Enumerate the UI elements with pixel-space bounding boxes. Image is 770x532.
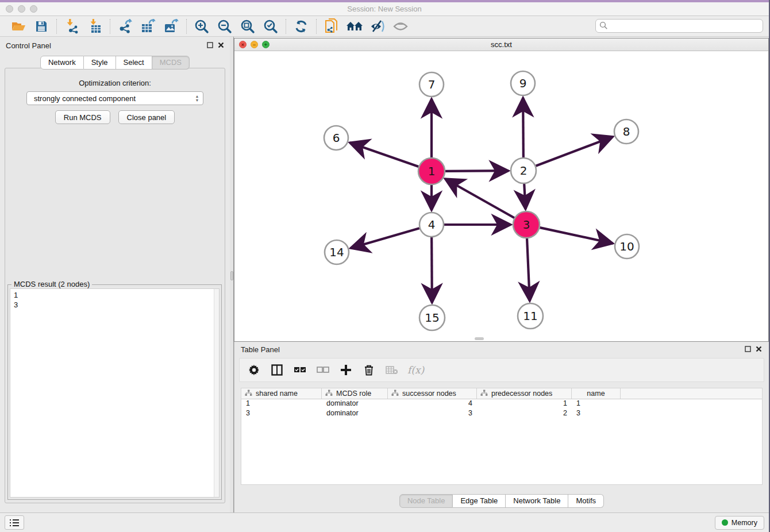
task-history-button[interactable] — [5, 515, 24, 530]
table-body: 1dominator4113dominator323 — [241, 399, 762, 419]
tab-node-table[interactable]: Node Table — [399, 494, 453, 508]
cell-predecessor-nodes[interactable]: 2 — [477, 409, 572, 419]
cell-name[interactable]: 1 — [572, 399, 621, 409]
column-header-predecessor-nodes[interactable]: predecessor nodes — [477, 388, 572, 399]
tab-edge-table[interactable]: Edge Table — [453, 494, 506, 508]
export-image-icon[interactable] — [161, 18, 182, 35]
cell-predecessor-nodes[interactable]: 1 — [477, 399, 572, 409]
home-icon[interactable] — [344, 18, 365, 35]
graph-node-7[interactable]: 7 — [419, 72, 444, 97]
column-header-shared-name[interactable]: shared name — [241, 388, 322, 399]
cell-shared-name[interactable]: 1 — [241, 399, 322, 409]
export-table-icon[interactable] — [138, 18, 159, 35]
edge-3-to-1[interactable] — [445, 179, 515, 218]
cell-shared-name[interactable]: 3 — [241, 409, 322, 419]
graph-node-6[interactable]: 6 — [324, 126, 348, 150]
graph-node-4[interactable]: 4 — [419, 213, 444, 237]
graph-node-8[interactable]: 8 — [614, 119, 638, 144]
tab-style[interactable]: Style — [84, 56, 116, 70]
window-title: Session: New Session — [0, 5, 769, 13]
cell-MCDS-role[interactable]: dominator — [322, 399, 388, 409]
edge-2-to-9[interactable] — [523, 98, 523, 157]
deselect-all-rows-icon[interactable] — [315, 362, 330, 378]
edge-2-to-3[interactable] — [524, 184, 525, 209]
graph-node-3[interactable]: 3 — [513, 211, 540, 238]
edge-4-to-14[interactable] — [351, 228, 419, 248]
control-panel: Control Panel NetworkStyleSelectMCDS Opt… — [0, 37, 230, 512]
splitter-handle-icon[interactable] — [230, 271, 233, 280]
refresh-icon[interactable] — [291, 18, 311, 35]
memory-status-icon — [722, 519, 728, 526]
result-line: 1 — [14, 290, 219, 300]
cell-successor-nodes[interactable]: 3 — [388, 409, 477, 419]
graph-node-15[interactable]: 15 — [419, 305, 445, 330]
hide-selected-icon[interactable] — [367, 18, 388, 35]
import-table-icon[interactable] — [84, 18, 105, 35]
select-all-rows-icon[interactable] — [292, 362, 307, 378]
graph-node-1[interactable]: 1 — [418, 158, 445, 184]
cell-successor-nodes[interactable]: 4 — [388, 399, 477, 409]
column-type-icon — [245, 390, 252, 398]
edge-3-to-11[interactable] — [527, 238, 530, 301]
tab-motifs[interactable]: Motifs — [568, 494, 604, 508]
edge-2-to-8[interactable] — [536, 137, 613, 166]
show-all-icon[interactable] — [390, 18, 411, 35]
close-panel-icon[interactable] — [218, 40, 224, 51]
edge-4-to-15[interactable] — [432, 237, 432, 303]
node-label: 2 — [520, 164, 528, 178]
zoom-selected-icon[interactable] — [260, 18, 281, 35]
tab-network[interactable]: Network — [40, 56, 84, 70]
show-column-selector-icon[interactable] — [270, 362, 284, 378]
tab-mcds[interactable]: MCDS — [152, 56, 190, 70]
close-panel-button[interactable]: Close panel — [118, 110, 175, 124]
node-label: 15 — [425, 311, 439, 325]
table-settings-gear-icon[interactable] — [247, 362, 261, 378]
mcds-result-title: MCDS result (2 nodes) — [11, 280, 92, 288]
mcds-result-list[interactable]: 13 — [10, 288, 220, 498]
panel-splitter[interactable] — [230, 37, 234, 512]
column-header-MCDS-role[interactable]: MCDS role — [322, 388, 388, 399]
float-panel-icon[interactable] — [207, 40, 213, 51]
select-stepper-icon: ▲▼ — [191, 92, 203, 105]
zoom-out-icon[interactable] — [214, 18, 235, 35]
network-window-titlebar[interactable]: × − + scc.txt — [234, 38, 768, 51]
edge-3-to-10[interactable] — [540, 228, 613, 244]
optimization-criterion-select[interactable]: strongly connected component ▲▼ — [26, 91, 203, 105]
network-canvas[interactable]: 7968124314101511 — [234, 51, 768, 341]
table-row[interactable]: 3dominator323 — [241, 409, 762, 419]
graph-node-14[interactable]: 14 — [325, 240, 349, 264]
network-from-selection-icon[interactable] — [321, 18, 342, 35]
close-table-panel-icon[interactable] — [756, 344, 762, 354]
float-table-panel-icon[interactable] — [745, 344, 751, 354]
create-column-icon[interactable] — [338, 362, 353, 378]
table-row[interactable]: 1dominator411 — [241, 399, 762, 409]
export-network-icon[interactable] — [115, 18, 136, 35]
node-label: 6 — [333, 131, 340, 145]
graph-node-2[interactable]: 2 — [511, 158, 536, 183]
graph-node-11[interactable]: 11 — [518, 303, 543, 329]
column-header-successor-nodes[interactable]: successor nodes — [388, 388, 477, 399]
memory-button[interactable]: Memory — [715, 516, 764, 530]
graph-node-10[interactable]: 10 — [615, 234, 639, 259]
table-panel: Table Panel — [234, 342, 769, 512]
cell-name[interactable]: 3 — [572, 409, 621, 419]
run-mcds-button[interactable]: Run MCDS — [55, 110, 110, 124]
result-scrollbar[interactable] — [214, 289, 219, 497]
control-panel-tabs: NetworkStyleSelectMCDS — [0, 56, 230, 70]
zoom-fit-icon[interactable] — [237, 18, 258, 35]
network-hscrollbar[interactable] — [475, 337, 484, 340]
delete-column-trash-icon[interactable] — [361, 362, 376, 378]
zoom-in-icon[interactable] — [191, 18, 212, 35]
tab-select[interactable]: Select — [116, 56, 152, 70]
tab-network-table[interactable]: Network Table — [506, 494, 568, 508]
open-file-icon[interactable] — [8, 18, 29, 35]
cell-MCDS-role[interactable]: dominator — [322, 409, 388, 419]
edge-1-to-2[interactable] — [445, 171, 509, 171]
edge-1-to-6[interactable] — [350, 142, 419, 167]
search-icon — [599, 21, 608, 32]
import-network-icon[interactable] — [61, 18, 82, 35]
column-header-name[interactable]: name — [572, 388, 621, 399]
graph-node-9[interactable]: 9 — [511, 71, 535, 95]
search-input[interactable] — [595, 19, 763, 33]
save-session-icon[interactable] — [31, 18, 52, 35]
